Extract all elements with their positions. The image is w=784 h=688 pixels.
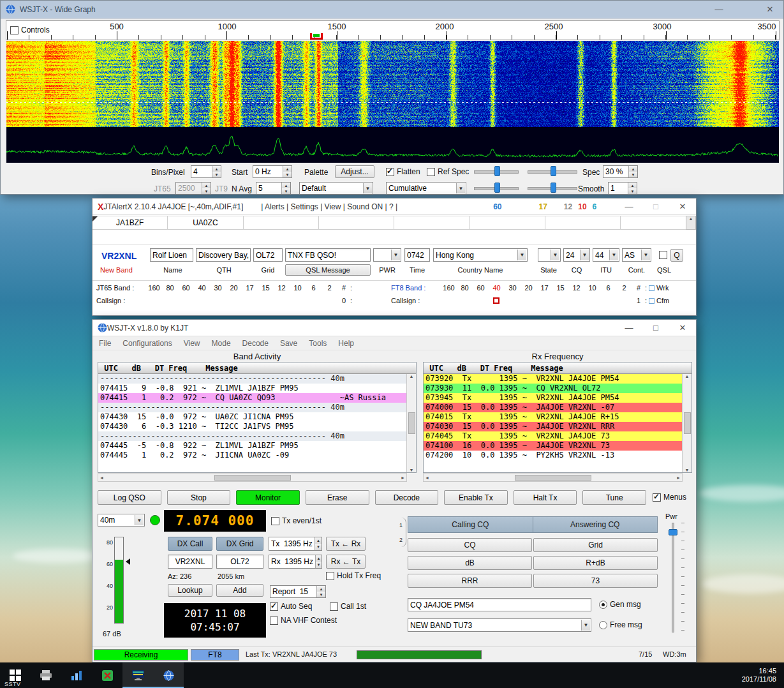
callsign-cell[interactable]: JA1BZF [92,216,168,229]
slider-handle[interactable] [551,166,556,176]
qth-field[interactable]: Discovery Bay, [196,248,251,262]
band-number[interactable]: 160 [146,284,162,292]
msg-db-button[interactable]: dB [408,556,532,570]
menu-item[interactable]: Mode [212,339,231,348]
decode-row[interactable]: 074200 10 0.0 1395 ~ PY2KHS VR2XNL -13 [424,451,682,460]
ref-spec-checkbox-row[interactable]: Ref Spec [427,167,469,176]
decode-row[interactable]: ----------------------------------------… [98,374,406,384]
call-1st-checkbox-row[interactable]: Call 1st [330,602,366,611]
grid-field[interactable]: OL72 [253,248,283,262]
band-number[interactable]: 17 [536,284,552,292]
callsign-cell[interactable] [394,216,470,229]
taskbar-item-wsjtx[interactable] [153,662,184,688]
band-number[interactable]: 60 [473,284,489,292]
band-activity-hscrollbar[interactable]: ◄► [98,473,407,482]
continent-select[interactable]: AS▼ [622,248,651,262]
menu-item[interactable]: Help [338,339,354,348]
free-msg-select[interactable]: NEW BAND TU73▼ [408,618,591,632]
cq-zone-select[interactable]: 24▼ [563,248,590,262]
minimize-button[interactable]: — [706,1,732,18]
band-number[interactable]: 10 [584,284,600,292]
decode-row[interactable]: ----------------------------------------… [98,431,406,441]
menus-checkbox[interactable] [653,493,661,502]
spectrum-zero-slider[interactable] [528,182,577,194]
band-number[interactable]: 80 [457,284,473,292]
gen-msg-radio-row[interactable]: Gen msg [599,600,641,609]
decode-row[interactable]: 074415 1 0.2 972 ~ CQ UA0ZC QO93 ~AS Rus… [98,393,406,403]
decode-row[interactable]: 074030 15 0.0 1395 ~ JA4JOE VR2XNL RRR [424,422,682,431]
band-number[interactable]: 30 [210,284,226,292]
callsign-grid-scrollbar[interactable]: ▲ [686,216,696,230]
dx-callsign[interactable]: VR2XNL [101,251,137,261]
main-button[interactable]: Monitor [236,490,300,505]
minimize-button[interactable]: — [616,198,642,214]
tx-even-checkbox[interactable] [271,517,279,525]
hold-tx-freq-checkbox-row[interactable]: Hold Tx Freq [326,571,381,580]
decode-row[interactable]: 074445 1 0.2 972 ~ JI1CNA UA0ZC -09 [98,451,406,460]
rx-frequency-vscrollbar[interactable]: ▲▼ [682,374,692,472]
band-number[interactable]: 40 [194,284,210,292]
band-number[interactable]: 12 [568,284,584,292]
flatten-checkbox[interactable] [386,168,394,176]
jtalert-menubar[interactable]: | Alerts | Settings | View | Sound ON | … [261,202,397,211]
decode-row[interactable]: 074100 16 0.0 1395 ~ JA4JOE VR2XNL 73 [424,441,682,451]
callsign-cell[interactable] [545,216,621,229]
callsign-cell[interactable] [470,216,545,229]
taskbar-clock[interactable]: 16:45 2017/11/08 [742,662,776,688]
auto-seq-checkbox-row[interactable]: Auto Seq [270,602,312,611]
band-activity-vscrollbar[interactable]: ▲▼ [406,374,416,472]
band-number[interactable]: 80 [162,284,178,292]
menus-checkbox-row[interactable]: Menus [653,493,686,502]
dx-grid-field[interactable]: OL72 [216,555,263,569]
band-select[interactable]: 40m▼ [98,514,145,527]
msg-rrr-button[interactable]: RRR [408,574,532,588]
band-number[interactable]: 6 [600,284,616,292]
state-select[interactable]: ▼ [538,248,561,262]
band-number[interactable]: 30 [505,284,521,292]
palette-select[interactable]: Default▼ [299,182,373,195]
main-button[interactable]: Stop [167,490,231,505]
tx-power-slider[interactable] [668,523,684,632]
main-button[interactable]: Tune [582,490,646,505]
spectrum-display[interactable] [6,127,779,163]
taskbar-item-chart[interactable] [61,662,92,688]
tab-number[interactable]: 1 [399,522,403,528]
qsl-message-field[interactable]: TNX FB QSO! [285,248,371,262]
qsl-message-button[interactable]: QSL Message [285,264,371,276]
decode-row[interactable]: 074415 9 -0.8 921 ~ ZL1MVL JA1BZF PM95 [98,384,406,393]
band-number[interactable]: 2 [322,284,337,292]
main-button[interactable]: Erase [306,490,369,505]
report-spinner[interactable]: Report 15▲▼ [270,585,326,598]
slider-handle[interactable] [494,183,500,193]
callsign-cell[interactable]: UA0ZC [168,216,243,229]
menu-item[interactable]: Tools [309,339,327,348]
close-button[interactable]: ✕ [757,1,783,18]
msg-grid-button[interactable]: Grid [533,538,658,552]
decode-row[interactable]: 074430 15 -0.0 972 ~ UA0ZC JI1CNA PM95 [98,412,406,422]
auto-seq-checkbox[interactable] [270,602,278,611]
band-number[interactable]: 60 [178,284,194,292]
band-number[interactable]: 17 [242,284,258,292]
time-field[interactable]: 0742 [404,248,430,262]
menu-item[interactable]: Decode [242,339,269,348]
menu-item[interactable]: File [99,339,111,348]
callsign-cell[interactable] [244,216,319,229]
taskbar-item-printer[interactable] [31,662,61,688]
main-button[interactable]: Decode [375,490,439,505]
decode-row[interactable]: ----------------------------------------… [98,403,406,412]
menu-item[interactable]: View [184,339,200,348]
ref-spec-checkbox[interactable] [427,168,435,176]
band-number[interactable]: 160 [441,284,457,292]
call-1st-checkbox[interactable] [330,602,338,611]
tab-selector[interactable]: 1 2 [396,518,406,547]
slider-handle[interactable] [494,166,500,176]
qsl-checkbox[interactable] [659,251,667,259]
na-vhf-checkbox[interactable] [270,617,278,625]
slider-handle[interactable] [551,183,556,193]
dx-call-field[interactable]: VR2XNL [168,555,212,569]
n-avg-spinner[interactable]: 5▲▼ [256,182,291,195]
decode-row[interactable]: 073930 11 0.0 1395 ~ CQ VR2XNL OL72 [424,384,682,393]
spectrum-mode-select[interactable]: Cumulative▼ [386,182,466,195]
bins-per-pixel-spinner[interactable]: 4▲▼ [191,165,221,178]
wsjtx-titlebar[interactable]: WSJT-X v1.8.0 by K1JT — □ ✕ [92,320,696,336]
